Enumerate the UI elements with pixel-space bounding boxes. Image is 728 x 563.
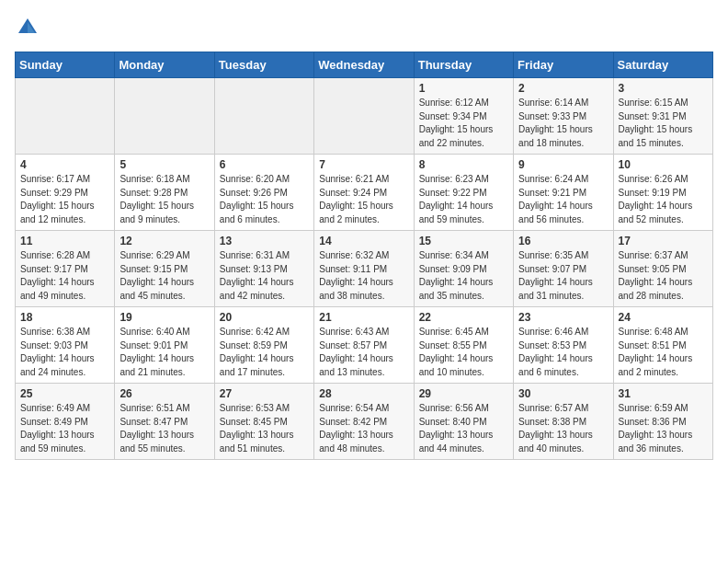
day-info: Sunrise: 6:15 AMSunset: 9:31 PMDaylight:…	[619, 97, 708, 150]
day-number: 13	[220, 235, 309, 247]
calendar-cell: 27Sunrise: 6:53 AMSunset: 8:45 PMDayligh…	[214, 384, 313, 460]
day-info: Sunrise: 6:43 AMSunset: 8:57 PMDaylight:…	[319, 326, 408, 379]
calendar-cell: 30Sunrise: 6:57 AMSunset: 8:38 PMDayligh…	[514, 384, 613, 460]
day-info: Sunrise: 6:23 AMSunset: 9:22 PMDaylight:…	[419, 173, 508, 226]
day-info: Sunrise: 6:18 AMSunset: 9:28 PMDaylight:…	[119, 173, 209, 226]
day-info: Sunrise: 6:38 AMSunset: 9:03 PMDaylight:…	[20, 326, 109, 379]
day-info: Sunrise: 6:59 AMSunset: 8:36 PMDaylight:…	[619, 402, 708, 455]
calendar-cell: 19Sunrise: 6:40 AMSunset: 9:01 PMDayligh…	[115, 307, 214, 384]
calendar-cell: 31Sunrise: 6:59 AMSunset: 8:36 PMDayligh…	[613, 384, 712, 460]
day-number: 24	[619, 311, 708, 324]
day-info: Sunrise: 6:28 AMSunset: 9:17 PMDaylight:…	[20, 249, 109, 303]
calendar-cell	[314, 78, 414, 155]
calendar-cell: 11Sunrise: 6:28 AMSunset: 9:17 PMDayligh…	[16, 231, 115, 307]
day-info: Sunrise: 6:17 AMSunset: 9:29 PMDaylight:…	[20, 173, 109, 226]
day-number: 1	[419, 82, 508, 95]
calendar-cell: 8Sunrise: 6:23 AMSunset: 9:22 PMDaylight…	[414, 155, 513, 231]
day-number: 6	[220, 158, 309, 171]
day-number: 4	[20, 158, 109, 171]
day-header-sunday: Sunday	[16, 52, 115, 78]
day-number: 5	[119, 158, 209, 171]
day-header-tuesday: Tuesday	[214, 52, 313, 78]
calendar-cell: 10Sunrise: 6:26 AMSunset: 9:19 PMDayligh…	[613, 155, 712, 231]
day-number: 2	[518, 82, 608, 95]
day-number: 14	[319, 235, 408, 247]
calendar-cell: 28Sunrise: 6:54 AMSunset: 8:42 PMDayligh…	[314, 384, 414, 460]
day-header-thursday: Thursday	[414, 52, 513, 78]
calendar-cell: 12Sunrise: 6:29 AMSunset: 9:15 PMDayligh…	[115, 231, 214, 307]
day-number: 25	[20, 387, 109, 400]
calendar-cell: 23Sunrise: 6:46 AMSunset: 8:53 PMDayligh…	[514, 307, 613, 384]
calendar-table: SundayMondayTuesdayWednesdayThursdayFrid…	[15, 52, 713, 460]
calendar-cell: 18Sunrise: 6:38 AMSunset: 9:03 PMDayligh…	[16, 307, 115, 384]
day-number: 30	[518, 387, 608, 400]
calendar-cell: 21Sunrise: 6:43 AMSunset: 8:57 PMDayligh…	[314, 307, 414, 384]
day-info: Sunrise: 6:42 AMSunset: 8:59 PMDaylight:…	[220, 326, 309, 379]
day-number: 20	[220, 311, 309, 324]
calendar-cell: 15Sunrise: 6:34 AMSunset: 9:09 PMDayligh…	[414, 231, 513, 307]
day-number: 31	[619, 387, 708, 400]
day-number: 3	[619, 82, 708, 95]
day-number: 7	[319, 158, 408, 171]
calendar-cell	[16, 78, 115, 155]
day-info: Sunrise: 6:24 AMSunset: 9:21 PMDaylight:…	[518, 173, 608, 226]
day-info: Sunrise: 6:29 AMSunset: 9:15 PMDaylight:…	[119, 249, 209, 303]
day-number: 11	[20, 235, 109, 247]
day-info: Sunrise: 6:54 AMSunset: 8:42 PMDaylight:…	[319, 402, 408, 455]
calendar-cell: 13Sunrise: 6:31 AMSunset: 9:13 PMDayligh…	[214, 231, 313, 307]
day-info: Sunrise: 6:46 AMSunset: 8:53 PMDaylight:…	[518, 326, 608, 379]
calendar-cell: 2Sunrise: 6:14 AMSunset: 9:33 PMDaylight…	[514, 78, 613, 155]
calendar-cell: 26Sunrise: 6:51 AMSunset: 8:47 PMDayligh…	[115, 384, 214, 460]
day-info: Sunrise: 6:21 AMSunset: 9:24 PMDaylight:…	[319, 173, 408, 226]
day-info: Sunrise: 6:12 AMSunset: 9:34 PMDaylight:…	[419, 97, 508, 150]
day-number: 12	[119, 235, 209, 247]
day-info: Sunrise: 6:57 AMSunset: 8:38 PMDaylight:…	[518, 402, 608, 455]
day-header-wednesday: Wednesday	[314, 52, 414, 78]
day-number: 10	[619, 158, 708, 171]
day-number: 28	[319, 387, 408, 400]
calendar-cell: 29Sunrise: 6:56 AMSunset: 8:40 PMDayligh…	[414, 384, 513, 460]
day-info: Sunrise: 6:32 AMSunset: 9:11 PMDaylight:…	[319, 249, 408, 303]
day-info: Sunrise: 6:20 AMSunset: 9:26 PMDaylight:…	[220, 173, 309, 226]
calendar-cell: 24Sunrise: 6:48 AMSunset: 8:51 PMDayligh…	[613, 307, 712, 384]
calendar-cell: 1Sunrise: 6:12 AMSunset: 9:34 PMDaylight…	[414, 78, 513, 155]
day-info: Sunrise: 6:49 AMSunset: 8:49 PMDaylight:…	[20, 402, 109, 455]
day-info: Sunrise: 6:56 AMSunset: 8:40 PMDaylight:…	[419, 402, 508, 455]
calendar-cell: 4Sunrise: 6:17 AMSunset: 9:29 PMDaylight…	[16, 155, 115, 231]
calendar-cell	[115, 78, 214, 155]
day-number: 21	[319, 311, 408, 324]
logo	[15, 15, 42, 40]
day-info: Sunrise: 6:40 AMSunset: 9:01 PMDaylight:…	[119, 326, 209, 379]
logo-icon	[15, 15, 40, 40]
day-number: 27	[220, 387, 309, 400]
day-info: Sunrise: 6:48 AMSunset: 8:51 PMDaylight:…	[619, 326, 708, 379]
day-number: 19	[119, 311, 209, 324]
calendar-cell	[214, 78, 313, 155]
day-info: Sunrise: 6:34 AMSunset: 9:09 PMDaylight:…	[419, 249, 508, 303]
calendar-cell: 16Sunrise: 6:35 AMSunset: 9:07 PMDayligh…	[514, 231, 613, 307]
calendar-cell: 7Sunrise: 6:21 AMSunset: 9:24 PMDaylight…	[314, 155, 414, 231]
day-number: 15	[419, 235, 508, 247]
day-number: 23	[518, 311, 608, 324]
day-number: 22	[419, 311, 508, 324]
calendar-cell: 17Sunrise: 6:37 AMSunset: 9:05 PMDayligh…	[613, 231, 712, 307]
day-number: 16	[518, 235, 608, 247]
day-info: Sunrise: 6:26 AMSunset: 9:19 PMDaylight:…	[619, 173, 708, 226]
day-number: 9	[518, 158, 608, 171]
day-info: Sunrise: 6:45 AMSunset: 8:55 PMDaylight:…	[419, 326, 508, 379]
calendar-cell: 6Sunrise: 6:20 AMSunset: 9:26 PMDaylight…	[214, 155, 313, 231]
day-number: 17	[619, 235, 708, 247]
calendar-cell: 22Sunrise: 6:45 AMSunset: 8:55 PMDayligh…	[414, 307, 513, 384]
day-header-friday: Friday	[514, 52, 613, 78]
day-number: 29	[419, 387, 508, 400]
day-info: Sunrise: 6:14 AMSunset: 9:33 PMDaylight:…	[518, 97, 608, 150]
day-info: Sunrise: 6:31 AMSunset: 9:13 PMDaylight:…	[220, 249, 309, 303]
day-info: Sunrise: 6:51 AMSunset: 8:47 PMDaylight:…	[119, 402, 209, 455]
day-number: 8	[419, 158, 508, 171]
day-info: Sunrise: 6:53 AMSunset: 8:45 PMDaylight:…	[220, 402, 309, 455]
calendar-cell: 9Sunrise: 6:24 AMSunset: 9:21 PMDaylight…	[514, 155, 613, 231]
day-header-monday: Monday	[115, 52, 214, 78]
calendar-cell: 14Sunrise: 6:32 AMSunset: 9:11 PMDayligh…	[314, 231, 414, 307]
calendar-cell: 5Sunrise: 6:18 AMSunset: 9:28 PMDaylight…	[115, 155, 214, 231]
day-info: Sunrise: 6:37 AMSunset: 9:05 PMDaylight:…	[619, 249, 708, 303]
